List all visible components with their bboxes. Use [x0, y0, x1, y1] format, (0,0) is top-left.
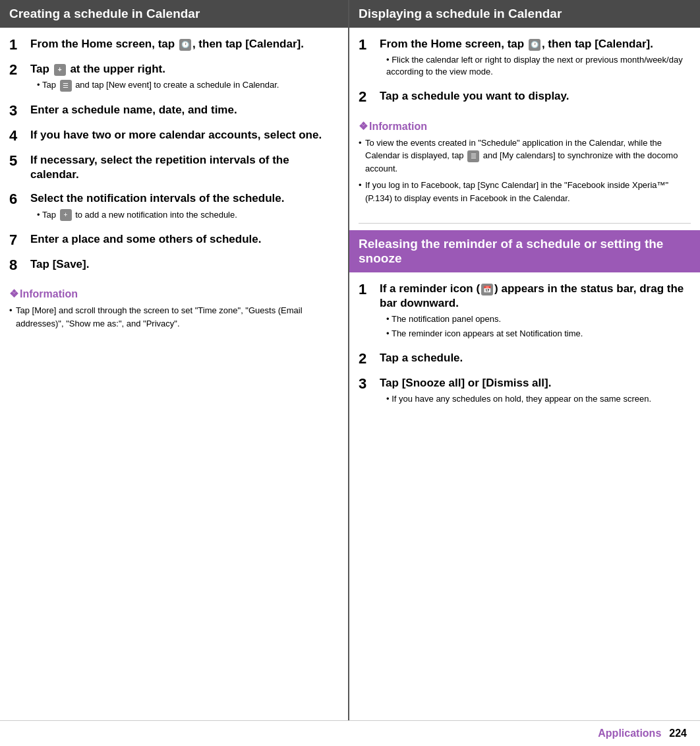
step-7: 7 Enter a place and some others of sched…: [0, 232, 348, 248]
display-step-1-title: From the Home screen, tap 🕐, then tap [C…: [380, 37, 691, 51]
menu-icon-2: ☰: [467, 150, 479, 162]
right-info-box: Information To view the events created i…: [349, 115, 700, 217]
step-7-title: Enter a place and some others of schedul…: [30, 232, 339, 247]
step-8: 8 Tap [Save].: [0, 257, 348, 273]
step-5-title: If necessary, select the repetition inte…: [30, 153, 339, 182]
right-info-item-2: If you log in to Facebook, tap [Sync Cal…: [359, 179, 691, 204]
step-6: 6 Select the notification intervals of t…: [0, 191, 348, 223]
step-8-content: Tap [Save].: [30, 257, 339, 272]
step-7-content: Enter a place and some others of schedul…: [30, 232, 339, 247]
step-4: 4 If you have two or more calendar accou…: [0, 128, 348, 144]
step-1-title: From the Home screen, tap 🕐, then tap [C…: [30, 37, 339, 51]
reminder-step-1-number: 1: [359, 282, 380, 297]
step-2-title: Tap + at the upper right.: [30, 62, 339, 77]
step-3-number: 3: [9, 103, 30, 119]
reminder-calendar-icon: 📅: [481, 284, 493, 295]
reminder-step-2: 2 Tap a schedule.: [349, 351, 700, 367]
plus-icon: +: [54, 64, 66, 76]
left-info-box: Information Tap [More] and scroll throug…: [0, 282, 348, 342]
step-2-content: Tap + at the upper right. Tap ☰ and tap …: [30, 62, 339, 94]
section-divider: [359, 223, 691, 224]
reminder-step-2-content: Tap a schedule.: [380, 351, 691, 365]
step-3-content: Enter a schedule name, date, and time.: [30, 103, 339, 117]
home-clock-icon: 🕐: [179, 39, 191, 51]
step-6-title: Select the notification intervals of the…: [30, 191, 339, 206]
footer-label: Applications: [598, 728, 661, 739]
right-info-item-1: To view the events created in "Schedule"…: [359, 137, 691, 175]
display-step-1-content: From the Home screen, tap 🕐, then tap [C…: [380, 37, 691, 80]
step-6-sub-1: Tap + to add a new notification into the…: [37, 209, 339, 222]
display-step-1-sub-1: Flick the calendar left or right to disp…: [386, 54, 691, 78]
step-6-content: Select the notification intervals of the…: [30, 191, 339, 223]
step-8-number: 8: [9, 257, 30, 273]
add-notif-icon: +: [60, 209, 72, 221]
right-info-list: To view the events created in "Schedule"…: [359, 137, 691, 205]
display-step-2: 2 Tap a schedule you want to display.: [349, 89, 700, 105]
step-6-number: 6: [9, 191, 30, 207]
right-column: Displaying a schedule in Calendar 1 From…: [349, 0, 700, 720]
right-info-title: Information: [359, 120, 691, 133]
reminder-step-1-title: If a reminder icon (📅) appears in the st…: [380, 282, 691, 311]
reminder-step-3-sub-1: If you have any schedules on hold, they …: [386, 393, 691, 405]
step-6-subs: Tap + to add a new notification into the…: [30, 209, 339, 222]
display-step-1-subs: Flick the calendar left or right to disp…: [380, 54, 691, 78]
step-1-number: 1: [9, 37, 30, 53]
left-info-item-1: Tap [More] and scroll through the screen…: [9, 304, 339, 330]
reminder-step-2-title: Tap a schedule.: [380, 351, 691, 365]
step-2: 2 Tap + at the upper right. Tap ☰ and ta…: [0, 62, 348, 94]
left-info-list: Tap [More] and scroll through the screen…: [9, 304, 339, 330]
reminder-step-1-sub-1: The notification panel opens.: [386, 313, 691, 325]
step-3: 3 Enter a schedule name, date, and time.: [0, 103, 348, 119]
home-clock-icon-2: 🕐: [529, 39, 540, 51]
display-step-2-title: Tap a schedule you want to display.: [380, 89, 691, 104]
step-2-sub-1: Tap ☰ and tap [New event] to create a sc…: [37, 79, 339, 92]
reminder-step-3-subs: If you have any schedules on hold, they …: [380, 393, 691, 405]
step-5: 5 If necessary, select the repetition in…: [0, 153, 348, 182]
display-step-1: 1 From the Home screen, tap 🕐, then tap …: [349, 37, 700, 80]
menu-icon: ☰: [60, 80, 72, 92]
reminder-step-1-subs: The notification panel opens. The remind…: [380, 313, 691, 339]
reminder-step-3-title: Tap [Snooze all] or [Dismiss all].: [380, 376, 691, 390]
left-info-title: Information: [9, 288, 339, 300]
step-1: 1 From the Home screen, tap 🕐, then tap …: [0, 37, 348, 53]
display-step-2-content: Tap a schedule you want to display.: [380, 89, 691, 104]
reminder-step-2-number: 2: [359, 351, 380, 367]
step-5-content: If necessary, select the repetition inte…: [30, 153, 339, 182]
step-7-number: 7: [9, 232, 30, 248]
step-2-number: 2: [9, 62, 30, 78]
reminder-step-3-number: 3: [359, 376, 380, 392]
step-4-title: If you have two or more calendar account…: [30, 128, 339, 142]
footer-page-number: 224: [669, 728, 687, 739]
reminder-step-3: 3 Tap [Snooze all] or [Dismiss all]. If …: [349, 376, 700, 407]
reminder-step-3-content: Tap [Snooze all] or [Dismiss all]. If yo…: [380, 376, 691, 407]
reminder-step-1: 1 If a reminder icon (📅) appears in the …: [349, 282, 700, 342]
left-column: Creating a schedule in Calendar 1 From t…: [0, 0, 349, 720]
step-4-number: 4: [9, 128, 30, 144]
reminder-step-1-sub-2: The reminder icon appears at set Notific…: [386, 328, 691, 340]
step-5-number: 5: [9, 153, 30, 169]
step-8-title: Tap [Save].: [30, 257, 339, 272]
reminder-section-header: Releasing the reminder of a schedule or …: [349, 230, 700, 272]
display-section-header: Displaying a schedule in Calendar: [349, 0, 700, 28]
step-2-subs: Tap ☰ and tap [New event] to create a sc…: [30, 79, 339, 92]
display-step-1-number: 1: [359, 37, 380, 53]
step-1-content: From the Home screen, tap 🕐, then tap [C…: [30, 37, 339, 51]
step-4-content: If you have two or more calendar account…: [30, 128, 339, 142]
display-step-2-number: 2: [359, 89, 380, 105]
reminder-step-1-content: If a reminder icon (📅) appears in the st…: [380, 282, 691, 342]
left-section-header: Creating a schedule in Calendar: [0, 0, 348, 28]
page-footer: Applications 224: [0, 720, 700, 746]
step-3-title: Enter a schedule name, date, and time.: [30, 103, 339, 117]
